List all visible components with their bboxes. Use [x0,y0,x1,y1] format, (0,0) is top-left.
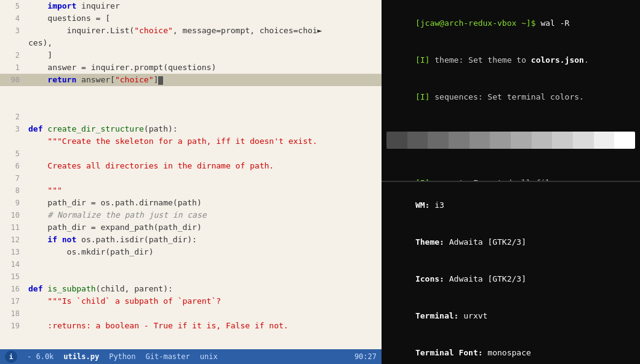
line-number: 7 [0,172,26,184]
terminal-command: wal -R [540,18,569,28]
code-lines: 5 import inquirer 4 questions = [ 3 inqu… [0,0,382,349]
terminal-line [386,116,635,128]
line-number: 3 [0,123,26,135]
system-info-line: Icons: Adwaita [GTK2/3] [386,261,635,298]
line-number: 11 [0,221,26,234]
code-line: 18 [0,307,382,320]
line-number: 18 [0,307,26,320]
line-number: 12 [0,234,26,246]
line-content [26,271,382,283]
line-content: # Normalize the path just in case [26,209,382,221]
line-content: answer = inquirer.prompt(questions) [26,61,382,74]
bottom-terminal[interactable]: WM: i3 Theme: Adwaita [GTK2/3] Icons: Ad… [382,182,640,364]
line-content: os.mkdir(path_dir) [26,246,382,258]
term-bold-text: colors.json [531,55,584,65]
cursor-position: 90:27 [354,352,377,361]
line-content: inquirer.List("choice", message=prompt, … [26,25,382,37]
swatch [594,132,615,149]
swatch [386,132,407,149]
code-line: 6 Creates all directories in the dirname… [0,160,382,172]
line-number: 15 [0,271,26,283]
info-icon: i [5,350,17,363]
line-content: def is_subpath(child, parent): [26,283,382,295]
right-panel: [jcaw@arch-redux-vbox ~]$ wal -R [I] the… [382,0,640,364]
line-content [26,111,382,123]
line-content: import inquirer [26,0,382,12]
terminal-line: [I] theme: Set theme to colors.json. [386,42,635,79]
code-line: 2 ] [0,49,382,61]
code-line: 4 questions = [ [0,12,382,25]
line-number: 9 [0,197,26,209]
line-number: 5 [0,148,26,160]
color-swatches [386,132,635,149]
line-number: 2 [0,111,26,123]
git-branch: Git-master [146,352,190,361]
top-terminal[interactable]: [jcaw@arch-redux-vbox ~]$ wal -R [I] the… [382,0,640,182]
system-info-line: Theme: Adwaita [GTK2/3] [386,224,635,261]
line-content: if not os.path.isdir(path_dir): [26,234,382,246]
line-number [0,135,26,148]
line-content [26,98,382,111]
code-line: 13 os.mkdir(path_dir) [0,246,382,258]
terminal-prompt: [jcaw@arch-redux-vbox ~]$ [415,18,541,28]
line-content: path_dir = expand_path(path_dir) [26,221,382,234]
swatch [490,132,511,149]
info-key: Theme: [415,237,444,247]
code-line: ces), [0,37,382,49]
encoding: unix [200,352,218,361]
line-content: ] [26,49,382,61]
code-line: 3 inquirer.List("choice", message=prompt… [0,25,382,37]
line-content: return answer["choice"] [26,74,382,86]
info-val: Adwaita [GTK2/3] [444,274,526,283]
line-content: path_dir = os.path.dirname(path) [26,197,382,209]
code-line: 16 def is_subpath(child, parent): [0,283,382,295]
code-line: 8 """ [0,184,382,197]
line-content: def create_dir_structure(path): [26,123,382,135]
code-line: 3 def create_dir_structure(path): [0,123,382,135]
code-line-current: 90 return answer["choice"] [0,74,382,86]
info-key: Terminal: [415,311,458,320]
filename: utils.py [63,352,99,361]
swatch [511,132,532,149]
line-number: 19 [0,320,26,332]
code-line: 7 [0,172,382,184]
code-line: 2 [0,111,382,123]
code-line: 10 # Normalize the path just in case [0,209,382,221]
line-content [26,258,382,271]
system-info-line: WM: i3 [386,187,635,224]
info-tag: [I] [415,55,430,65]
line-number: 13 [0,246,26,258]
line-content: """ [26,184,382,197]
term-text: theme: Set theme to [430,55,530,65]
terminal-line [386,152,635,165]
line-content: ces), [26,37,382,49]
info-key: WM: [415,200,430,210]
line-content: :returns: a boolean - True if it is, Fal… [26,320,382,332]
line-number: 10 [0,209,26,221]
language: Python [109,352,135,361]
info-val: Adwaita [GTK2/3] [444,237,526,247]
line-number [0,37,26,49]
file-size: - 6.0k [27,352,54,361]
code-line: 5 import inquirer [0,0,382,12]
line-content [26,172,382,184]
line-number: 2 [0,49,26,61]
info-val: monospace [483,348,531,357]
code-line: 15 [0,271,382,283]
code-area[interactable]: 5 import inquirer 4 questions = [ 3 inqu… [0,0,382,349]
code-line [0,86,382,98]
line-number: 5 [0,0,26,12]
system-info-line: Terminal: urxvt [386,298,635,334]
info-key: Terminal Font: [415,348,483,357]
code-line: 9 path_dir = os.path.dirname(path) [0,197,382,209]
line-content: questions = [ [26,12,382,25]
info-key: Icons: [415,274,444,283]
line-content: Creates all directories in the dirname o… [26,160,382,172]
swatch [428,132,449,149]
line-content: """Create the skeleton for a path, iff i… [26,135,382,148]
swatch [614,132,635,149]
code-line: 12 if not os.path.isdir(path_dir): [0,234,382,246]
line-content [26,148,382,160]
info-tag: [I] [415,92,430,101]
status-bar: i - 6.0k utils.py Python Git-master unix… [0,349,382,364]
